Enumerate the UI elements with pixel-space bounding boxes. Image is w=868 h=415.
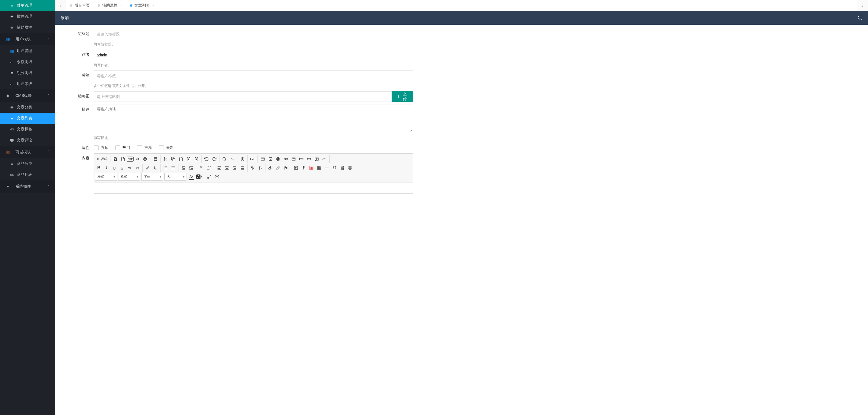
sidebar-item[interactable]: 🛍商品列表 bbox=[0, 169, 55, 180]
align-left-icon[interactable] bbox=[215, 164, 223, 172]
paste-word-icon[interactable]: W bbox=[192, 155, 200, 163]
hr-icon[interactable] bbox=[323, 164, 331, 172]
strike-icon[interactable]: S bbox=[118, 164, 126, 172]
multi-image-icon[interactable]: ▦ bbox=[308, 164, 315, 172]
sidebar-item[interactable]: ≡菜单管理 bbox=[0, 0, 55, 11]
spellcheck-icon[interactable]: ABC▾ bbox=[249, 155, 256, 163]
superscript-icon[interactable]: x2 bbox=[133, 164, 141, 172]
select-field-icon[interactable] bbox=[298, 155, 305, 163]
maximize-editor-icon[interactable] bbox=[206, 173, 213, 181]
link-icon[interactable] bbox=[267, 164, 274, 172]
image-button-icon[interactable] bbox=[313, 155, 320, 163]
sidebar-item[interactable]: ≡商品分类 bbox=[0, 158, 55, 169]
sidebar-section[interactable]: ◉CMS模块˄ bbox=[0, 90, 55, 102]
print-icon[interactable] bbox=[141, 155, 149, 163]
textarea-icon[interactable] bbox=[290, 155, 298, 163]
editor-font-select[interactable]: 字体 bbox=[141, 173, 163, 181]
sidebar-item[interactable]: ▭余额明细 bbox=[0, 56, 55, 67]
outdent-icon[interactable] bbox=[180, 164, 187, 172]
close-icon[interactable]: × bbox=[120, 3, 122, 8]
div-icon[interactable]: DIV— bbox=[205, 164, 213, 172]
indent-icon[interactable] bbox=[187, 164, 195, 172]
subscript-icon[interactable]: x2 bbox=[126, 164, 133, 172]
input-tags[interactable] bbox=[94, 70, 413, 81]
save-icon[interactable] bbox=[112, 155, 119, 163]
bullet-list-icon[interactable] bbox=[169, 164, 177, 172]
sidebar-item[interactable]: ✚插件管理 bbox=[0, 11, 55, 22]
editor-style-select[interactable]: 样式 bbox=[95, 173, 117, 181]
redo-icon[interactable] bbox=[210, 155, 218, 163]
sidebar-item[interactable]: ✥文章分类 bbox=[0, 102, 55, 113]
input-short-title[interactable] bbox=[94, 29, 413, 39]
copy-icon[interactable] bbox=[169, 155, 177, 163]
bg-color-icon[interactable]: A▾ bbox=[195, 173, 203, 181]
cut-icon[interactable] bbox=[162, 155, 169, 163]
sidebar-item[interactable]: ≡文章列表 bbox=[0, 113, 55, 124]
tab[interactable]: 后台首页 bbox=[66, 0, 94, 11]
editor-source-button[interactable]: ⚙ 源码 bbox=[95, 155, 109, 163]
rtl-icon[interactable]: ¶› bbox=[256, 164, 264, 172]
textfield-icon[interactable]: ab bbox=[282, 155, 290, 163]
upload-button[interactable]: ⬆ 上传 bbox=[392, 91, 413, 102]
hidden-field-icon[interactable] bbox=[320, 155, 328, 163]
radio-icon[interactable] bbox=[274, 155, 282, 163]
textarea-desc[interactable] bbox=[94, 104, 413, 132]
checkbox-icon[interactable] bbox=[267, 155, 274, 163]
paste-text-icon[interactable]: T bbox=[185, 155, 192, 163]
underline-icon[interactable]: U bbox=[111, 164, 118, 172]
unlink-icon[interactable] bbox=[274, 164, 282, 172]
remove-format-icon[interactable]: I× bbox=[151, 164, 159, 172]
anchor-icon[interactable] bbox=[282, 164, 290, 172]
sidebar-section[interactable]: 💼商城模块˄ bbox=[0, 146, 55, 158]
italic-icon[interactable]: I bbox=[103, 164, 111, 172]
image-icon[interactable] bbox=[292, 164, 300, 172]
replace-icon[interactable]: ᵇₐ bbox=[228, 155, 236, 163]
tab[interactable]: 辅助属性× bbox=[94, 0, 126, 11]
tabs-next[interactable]: › bbox=[857, 0, 868, 11]
pagebreak-icon[interactable] bbox=[338, 164, 346, 172]
checkbox-item[interactable]: 最新 bbox=[159, 145, 174, 150]
checkbox-item[interactable]: 热门 bbox=[115, 145, 130, 150]
bold-icon[interactable]: B bbox=[95, 164, 103, 172]
special-char-icon[interactable]: Ω bbox=[331, 164, 338, 172]
sidebar-item[interactable]: ≣积分明细 bbox=[0, 67, 55, 78]
align-center-icon[interactable] bbox=[223, 164, 231, 172]
new-page-icon[interactable] bbox=[119, 155, 127, 163]
button-field-icon[interactable] bbox=[305, 155, 313, 163]
input-author[interactable] bbox=[94, 50, 413, 60]
table-icon[interactable] bbox=[315, 164, 323, 172]
sidebar-section[interactable]: 👥用户模块˄ bbox=[0, 33, 55, 45]
checkbox-item[interactable]: 推荐 bbox=[137, 145, 152, 150]
sidebar-item[interactable]: 👥用户管理 bbox=[0, 45, 55, 56]
ltr-icon[interactable]: ¶‹ bbox=[249, 164, 256, 172]
template-icon[interactable] bbox=[151, 155, 159, 163]
editor-format-select[interactable]: 格式 bbox=[118, 173, 140, 181]
paste-icon[interactable] bbox=[177, 155, 185, 163]
align-justify-icon[interactable] bbox=[239, 164, 246, 172]
sidebar-item[interactable]: 🏷文章标签 bbox=[0, 124, 55, 135]
preview-icon[interactable] bbox=[133, 155, 141, 163]
align-right-icon[interactable] bbox=[231, 164, 239, 172]
text-color-icon[interactable]: A▾ bbox=[188, 173, 195, 181]
blockquote-icon[interactable]: ” bbox=[197, 164, 205, 172]
form-icon[interactable] bbox=[259, 155, 267, 163]
select-all-icon[interactable] bbox=[239, 155, 246, 163]
undo-icon[interactable] bbox=[203, 155, 210, 163]
tabs-prev[interactable]: ‹ bbox=[55, 0, 66, 11]
sidebar-item[interactable]: 💬文章评论 bbox=[0, 135, 55, 146]
sidebar-section[interactable]: ≡系统插件˄ bbox=[0, 180, 55, 193]
tab[interactable]: 文章列表× bbox=[126, 0, 158, 11]
sidebar-item[interactable]: ▭用户等级 bbox=[0, 78, 55, 90]
highlight-icon[interactable] bbox=[144, 164, 151, 172]
editor-size-select[interactable]: 大小 bbox=[164, 173, 186, 181]
close-icon[interactable]: × bbox=[152, 3, 154, 8]
checkbox-item[interactable]: 置顶 bbox=[94, 145, 108, 150]
numbered-list-icon[interactable] bbox=[162, 164, 169, 172]
pdf-icon[interactable]: PDF bbox=[127, 157, 133, 162]
flash-icon[interactable] bbox=[300, 164, 308, 172]
find-icon[interactable] bbox=[221, 155, 228, 163]
iframe-icon[interactable] bbox=[346, 164, 354, 172]
show-blocks-icon[interactable] bbox=[213, 173, 221, 181]
sidebar-item[interactable]: ✥辅助属性 bbox=[0, 22, 55, 33]
editor-body[interactable] bbox=[94, 183, 413, 193]
